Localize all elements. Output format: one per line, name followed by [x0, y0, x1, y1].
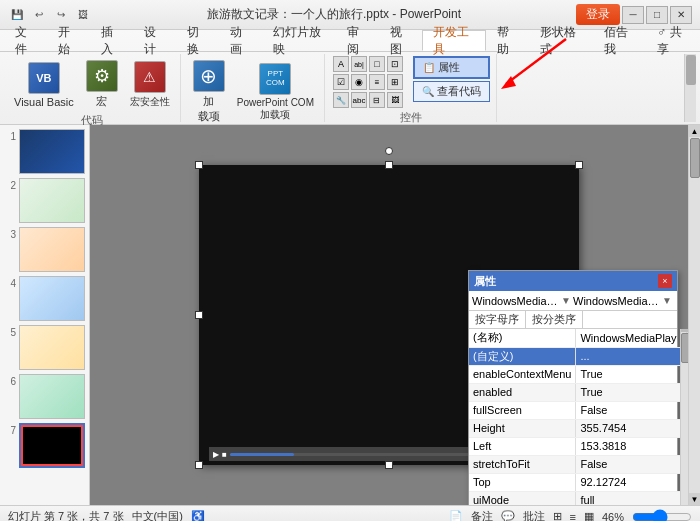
scroll-up-arrow[interactable]: ▲	[681, 329, 688, 332]
prop-stretch-value[interactable]: False	[576, 455, 680, 473]
ctrl-icon-11[interactable]: ⊟	[369, 92, 385, 108]
ctrl-icon-5[interactable]: ☑	[333, 74, 349, 90]
slide-img-6[interactable]	[19, 374, 85, 419]
slide-panel[interactable]: 1 2 3 4 5 6 7	[0, 125, 90, 505]
language-indicator: 中文(中国)	[132, 509, 183, 521]
scroll-up[interactable]: ▲	[689, 125, 700, 137]
ctrl-icon-4[interactable]: ⊡	[387, 56, 403, 72]
props-tab-category[interactable]: 按分类序	[526, 311, 583, 328]
tab-view[interactable]: 视图	[379, 30, 422, 51]
prop-row-left: Left 153.3818	[469, 437, 680, 455]
login-button[interactable]: 登录	[576, 4, 620, 25]
prop-top-value[interactable]: 92.12724	[576, 473, 680, 491]
scroll-down[interactable]: ▼	[689, 493, 700, 505]
tab-home[interactable]: 开始	[47, 30, 90, 51]
properties-button[interactable]: 📋 属性	[413, 56, 490, 79]
addin-button[interactable]: ⊕ 加载项	[189, 58, 229, 126]
value-dropdown-icon[interactable]: ▼	[662, 295, 674, 306]
ribbon-group-controls: A ab| □ ⊡ ☑ ◉ ≡ ⊞ 🔧 abc ⊟	[327, 54, 497, 122]
tab-slideshow[interactable]: 幻灯片放映	[262, 30, 336, 51]
app-icon: 🖼	[74, 6, 92, 24]
prop-enabled-label: enabled	[469, 383, 576, 401]
viewcode-button[interactable]: 🔍 查看代码	[413, 81, 490, 102]
notes-label[interactable]: 备注	[471, 509, 493, 521]
slide-img-4[interactable]	[19, 276, 85, 321]
slide-img-1[interactable]	[19, 129, 85, 174]
prop-left-value[interactable]: 153.3818	[576, 437, 680, 455]
handle-top-mid[interactable]	[385, 161, 393, 169]
ctrl-icon-2[interactable]: ab|	[351, 56, 367, 72]
handle-top-right[interactable]	[575, 161, 583, 169]
ribbon-scrollbar[interactable]	[684, 54, 696, 122]
tab-developer[interactable]: 开发工具	[422, 30, 486, 51]
tab-transition[interactable]: 切换	[176, 30, 219, 51]
slide-thumb-5[interactable]: 5	[4, 325, 85, 370]
maximize-button[interactable]: □	[646, 6, 668, 24]
prop-enabled-value[interactable]: True	[576, 383, 680, 401]
ctrl-icon-10[interactable]: abc	[351, 92, 367, 108]
slide-thumb-1[interactable]: 1	[4, 129, 85, 174]
properties-close-button[interactable]: ×	[658, 274, 672, 288]
vba-button[interactable]: VB Visual Basic	[10, 60, 78, 110]
slide-img-5[interactable]	[19, 325, 85, 370]
prop-custom-value[interactable]: ...	[576, 347, 680, 365]
ctrl-icon-12[interactable]: 🖼	[387, 92, 403, 108]
slide-img-2[interactable]	[19, 178, 85, 223]
props-tab-alphabetical[interactable]: 按字母序	[469, 311, 526, 328]
view-outline-icon[interactable]: ≡	[570, 511, 576, 522]
scroll-thumb[interactable]	[690, 138, 700, 178]
prop-height-value[interactable]: 355.7454	[576, 419, 680, 437]
ctrl-icon-8[interactable]: ⊞	[387, 74, 403, 90]
undo-icon[interactable]: ↩	[30, 6, 48, 24]
view-slide-icon[interactable]: ▦	[584, 510, 594, 521]
slide-thumb-4[interactable]: 4	[4, 276, 85, 321]
zoom-slider[interactable]	[632, 509, 692, 522]
ctrl-icon-1[interactable]: A	[333, 56, 349, 72]
security-button[interactable]: ⚠ 宏安全性	[126, 59, 174, 111]
slide-num-6: 6	[4, 374, 16, 387]
prop-ecm-value[interactable]: True	[576, 365, 680, 383]
tab-review[interactable]: 审阅	[336, 30, 379, 51]
handle-bot-mid[interactable]	[385, 461, 393, 469]
redo-icon[interactable]: ↪	[52, 6, 70, 24]
slide-thumb-7[interactable]: 7	[4, 423, 85, 468]
ribbon-group-addins: ⊕ 加载项 PPTCOM PowerPoint COM加载项 加载项	[183, 54, 325, 122]
tab-share[interactable]: ♂ 共享	[646, 30, 700, 51]
slide-img-3[interactable]	[19, 227, 85, 272]
tab-insert[interactable]: 插入	[90, 30, 133, 51]
prop-fullscreen-value[interactable]: False	[576, 401, 680, 419]
close-button[interactable]: ✕	[670, 6, 692, 24]
ctrl-icon-7[interactable]: ≡	[369, 74, 385, 90]
ctrl-icon-3[interactable]: □	[369, 56, 385, 72]
ribbon: 文件 开始 插入 设计 切换 动画 幻灯片放映 审阅 视图 开发工具 帮助 形状…	[0, 30, 700, 125]
tab-animation[interactable]: 动画	[219, 30, 262, 51]
slide-thumb-6[interactable]: 6	[4, 374, 85, 419]
stop-button[interactable]: ■	[222, 450, 227, 459]
main-scrollbar[interactable]: ▲ ▼	[688, 125, 700, 505]
comments-label[interactable]: 批注	[523, 509, 545, 521]
tab-file[interactable]: 文件	[4, 30, 47, 51]
ctrl-icon-6[interactable]: ◉	[351, 74, 367, 90]
slide-num-7: 7	[4, 423, 16, 436]
ctrl-icon-9[interactable]: 🔧	[333, 92, 349, 108]
play-button[interactable]: ▶	[213, 450, 219, 459]
com-button[interactable]: PPTCOM PowerPoint COM加载项	[233, 61, 318, 124]
prop-uimode-label: uiMode	[469, 491, 576, 505]
tab-tellme[interactable]: 佰告我	[593, 30, 646, 51]
view-normal-icon[interactable]: ⊞	[553, 510, 562, 521]
minimize-button[interactable]: ─	[622, 6, 644, 24]
slide-thumb-3[interactable]: 3	[4, 227, 85, 272]
macro-button[interactable]: ⚙ 宏	[82, 58, 122, 111]
slide-thumb-2[interactable]: 2	[4, 178, 85, 223]
prop-name-value[interactable]: WindowsMediaPlay	[576, 329, 680, 347]
handle-top-left[interactable]	[195, 161, 203, 169]
props-scrollbar[interactable]: ▲ ▼	[680, 329, 688, 505]
handle-mid-left[interactable]	[195, 311, 203, 319]
tab-design[interactable]: 设计	[133, 30, 176, 51]
object-dropdown-icon[interactable]: ▼	[561, 295, 573, 306]
handle-bot-left[interactable]	[195, 461, 203, 469]
save-icon[interactable]: 💾	[8, 6, 26, 24]
prop-uimode-value[interactable]: full	[576, 491, 680, 505]
handle-rotate[interactable]	[385, 147, 393, 155]
slide-img-7[interactable]	[19, 423, 85, 468]
